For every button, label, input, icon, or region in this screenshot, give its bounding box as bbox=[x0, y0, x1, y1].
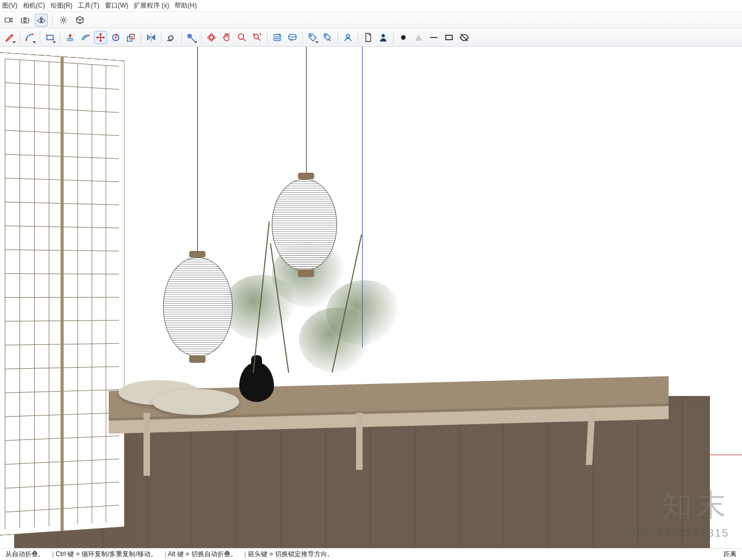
svg-rect-17 bbox=[168, 35, 173, 41]
style-line-icon[interactable] bbox=[427, 31, 440, 44]
svg-point-28 bbox=[325, 35, 326, 36]
pencil-tool-icon[interactable] bbox=[3, 31, 16, 44]
svg-point-10 bbox=[46, 34, 48, 36]
status-right: 距离 bbox=[724, 550, 737, 559]
separator bbox=[60, 32, 60, 43]
hint-autofold: 从自动折叠。 bbox=[5, 550, 45, 559]
svg-rect-0 bbox=[5, 18, 10, 22]
svg-point-7 bbox=[26, 39, 27, 41]
svg-point-16 bbox=[134, 33, 135, 35]
svg-point-23 bbox=[254, 34, 258, 39]
style-triangle-icon[interactable] bbox=[412, 31, 425, 44]
separator bbox=[40, 32, 40, 43]
svg-point-22 bbox=[238, 34, 244, 39]
video-icon[interactable] bbox=[2, 14, 15, 27]
scale-tool-icon[interactable] bbox=[124, 31, 138, 44]
cushion bbox=[152, 389, 239, 415]
person-solid-icon[interactable] bbox=[377, 31, 390, 44]
tag-tool-icon[interactable] bbox=[306, 31, 319, 44]
hint-arrow: 箭头键 = 切换锁定推导方向。 bbox=[245, 550, 334, 559]
materials-icon[interactable] bbox=[286, 31, 299, 44]
menu-view[interactable]: 图(V) bbox=[2, 1, 17, 10]
status-hints: 从自动折叠。 Ctrl 键 = 循环复制/多重复制/移动。 Alt 键 = 切换… bbox=[5, 550, 334, 559]
svg-point-19 bbox=[189, 35, 190, 37]
menu-bar: 图(V) 相机(C) 绘图(R) 工具(T) 窗口(W) 扩展程序 (x) 帮助… bbox=[0, 0, 742, 12]
page-icon[interactable] bbox=[361, 31, 375, 44]
separator bbox=[267, 32, 267, 43]
svg-point-2 bbox=[24, 19, 27, 22]
zoom-extents-icon[interactable] bbox=[251, 31, 264, 44]
tape-measure-icon[interactable] bbox=[185, 31, 198, 44]
lantern bbox=[272, 179, 340, 270]
separator bbox=[20, 32, 20, 43]
svg-point-8 bbox=[32, 33, 34, 35]
svg-rect-9 bbox=[47, 35, 53, 39]
arc-tool-icon[interactable] bbox=[23, 31, 36, 44]
svg-rect-1 bbox=[21, 18, 29, 23]
separator bbox=[161, 32, 161, 43]
separator bbox=[201, 32, 202, 43]
svg-point-26 bbox=[289, 34, 296, 37]
menu-draw[interactable]: 绘图(R) bbox=[51, 1, 73, 10]
toolbar-view bbox=[0, 12, 742, 28]
hint-alt: Alt 键 = 切换自动折叠。 bbox=[165, 550, 237, 559]
menu-window[interactable]: 窗口(W) bbox=[105, 1, 128, 10]
watermark-brand: 知末 bbox=[662, 485, 729, 526]
lantern bbox=[163, 257, 232, 356]
svg-point-29 bbox=[346, 34, 350, 37]
menu-extensions[interactable]: 扩展程序 (x) bbox=[134, 1, 169, 10]
shoji-screen bbox=[0, 52, 124, 536]
profile-icon[interactable] bbox=[341, 31, 354, 44]
gear-icon[interactable] bbox=[57, 14, 70, 27]
move-tool-icon[interactable] bbox=[94, 31, 107, 44]
svg-point-21 bbox=[210, 34, 214, 41]
hint-ctrl: Ctrl 键 = 循环复制/多重复制/移动。 bbox=[52, 550, 157, 559]
menu-camera[interactable]: 相机(C) bbox=[23, 1, 45, 10]
tag-visibility-icon[interactable] bbox=[321, 31, 334, 44]
offset-icon[interactable] bbox=[79, 31, 92, 44]
svg-point-27 bbox=[310, 35, 311, 36]
style-rect-icon[interactable] bbox=[442, 31, 456, 44]
watermark-id: ID: 1180262815 bbox=[637, 527, 729, 539]
separator bbox=[181, 32, 182, 43]
svg-point-30 bbox=[382, 34, 385, 37]
svg-point-31 bbox=[401, 35, 406, 39]
separator bbox=[302, 32, 303, 43]
separator bbox=[52, 15, 53, 26]
toolbar-main bbox=[0, 28, 742, 47]
rotate-tool-icon[interactable] bbox=[109, 31, 122, 44]
separator bbox=[393, 32, 394, 43]
eraser-tool-icon[interactable] bbox=[165, 31, 178, 44]
cube-icon[interactable] bbox=[73, 14, 86, 27]
separator bbox=[338, 32, 338, 43]
svg-point-11 bbox=[53, 39, 54, 40]
menu-tools[interactable]: 工具(T) bbox=[78, 1, 99, 10]
push-pull-icon[interactable] bbox=[64, 31, 77, 44]
layers-icon[interactable] bbox=[271, 31, 284, 44]
svg-rect-32 bbox=[446, 35, 452, 39]
svg-point-5 bbox=[63, 18, 65, 21]
separator bbox=[141, 32, 141, 43]
pan-tool-icon[interactable] bbox=[220, 31, 233, 44]
orbit-tool-icon[interactable] bbox=[205, 31, 218, 44]
svg-point-6 bbox=[11, 34, 13, 35]
style-circle-icon[interactable] bbox=[397, 31, 410, 44]
svg-point-20 bbox=[208, 35, 215, 39]
model-viewport[interactable]: 知末 ID: 1180262815 bbox=[0, 47, 742, 548]
orbit-person-icon[interactable] bbox=[35, 14, 48, 27]
camera-icon[interactable] bbox=[18, 14, 32, 27]
zoom-tool-icon[interactable] bbox=[235, 31, 248, 44]
svg-point-25 bbox=[279, 34, 280, 35]
menu-help[interactable]: 帮助(H) bbox=[174, 1, 197, 10]
hidden-geometry-icon[interactable] bbox=[458, 31, 471, 44]
flip-along-icon[interactable] bbox=[145, 31, 158, 44]
svg-point-15 bbox=[127, 40, 128, 42]
status-bar: 从自动折叠。 Ctrl 键 = 循环复制/多重复制/移动。 Alt 键 = 切换… bbox=[0, 548, 742, 560]
separator bbox=[358, 32, 358, 43]
rectangle-tool-icon[interactable] bbox=[43, 31, 57, 44]
